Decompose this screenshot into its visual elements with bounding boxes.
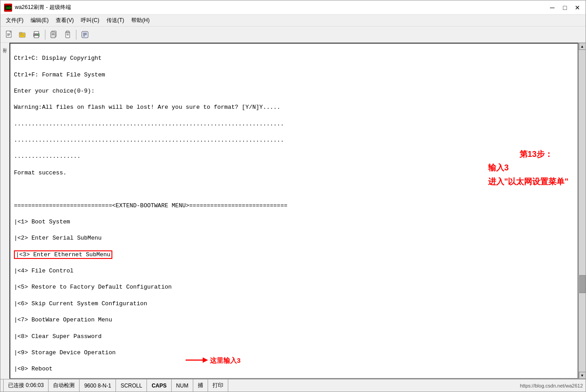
- svg-rect-21: [66, 31, 69, 33]
- scroll-up-button[interactable]: ▲: [579, 43, 586, 50]
- status-connected: 已连接 0:06:03: [3, 379, 49, 392]
- main-area: 刷 胃 Ctrl+C: Display Copyright Ctrl+F: Fo…: [0, 43, 586, 379]
- status-detect: 自动检测: [49, 379, 80, 392]
- svg-marker-29: [203, 357, 208, 363]
- scroll-down-button[interactable]: ▼: [579, 372, 586, 379]
- line-17: |<7> BootWare Operation Menu: [14, 316, 112, 323]
- line-16: |<6> Skip Current System Configuration: [14, 300, 147, 307]
- status-capture: 捕: [193, 379, 208, 392]
- dashed-border: [575, 44, 577, 378]
- annotation-step13: 第13步：输入3进入"以太网设置菜单": [488, 134, 568, 202]
- line-10: ============================<EXTEND-BOOT…: [14, 202, 288, 209]
- toolbar-new[interactable]: [3, 28, 16, 41]
- line-4: Warning:All files on flash will be lost!…: [14, 104, 280, 111]
- svg-text:wa26: wa26: [6, 6, 12, 9]
- terminal-content: Ctrl+C: Display Copyright Ctrl+F: Format…: [10, 44, 577, 378]
- line-6: ........................................…: [14, 137, 284, 143]
- terminal-scroll-area: Ctrl+C: Display Copyright Ctrl+F: Format…: [10, 44, 577, 378]
- line-8: Format success.: [14, 169, 67, 176]
- svg-rect-15: [38, 34, 39, 35]
- menu-bar: 文件(F) 编辑(E) 查看(V) 呼叫(C) 传送(T) 帮助(H): [0, 15, 586, 27]
- line-5: ........................................…: [14, 120, 284, 127]
- highlight-box: |<3> Enter Ethernet SubMenu: [14, 250, 112, 259]
- scroll-thumb[interactable]: [579, 275, 586, 293]
- line-7: ...................: [14, 153, 80, 160]
- svg-rect-10: [19, 32, 22, 34]
- line-1: Ctrl+C: Display Copyright: [14, 55, 102, 62]
- menu-view[interactable]: 查看(V): [52, 16, 77, 25]
- line-14: |<4> File Control: [14, 267, 74, 274]
- toolbar-copy[interactable]: [48, 28, 60, 41]
- window-title: wa2612刷胃 - 超级终端: [15, 4, 548, 11]
- menu-help[interactable]: 帮助(H): [128, 16, 153, 25]
- line-11: |<1> Boot System: [14, 218, 70, 225]
- svg-rect-14: [34, 36, 39, 38]
- line-18: |<8> Clear Super Password: [14, 333, 102, 340]
- svg-rect-13: [34, 31, 39, 34]
- line-19: |<9> Storage Device Operation: [14, 349, 115, 356]
- status-baud: 9600 8-N-1: [80, 379, 116, 392]
- status-url: https://blog.csdn.net/wa2612: [520, 383, 583, 388]
- menu-edit[interactable]: 编辑(E): [27, 16, 52, 25]
- vertical-scrollbar[interactable]: ▲ ▼: [578, 43, 586, 379]
- menu-transfer[interactable]: 传送(T): [103, 16, 128, 25]
- close-button[interactable]: ✕: [573, 3, 582, 12]
- toolbar: [0, 27, 586, 43]
- terminal[interactable]: Ctrl+C: Display Copyright Ctrl+F: Format…: [9, 43, 578, 379]
- toolbar-properties[interactable]: [79, 28, 91, 41]
- maximize-button[interactable]: □: [560, 3, 569, 12]
- toolbar-paste[interactable]: [61, 28, 74, 41]
- scroll-track[interactable]: [579, 50, 586, 372]
- window-controls: ─ □ ✕: [548, 3, 582, 12]
- menu-call[interactable]: 呼叫(C): [77, 16, 103, 25]
- line-12: |<2> Enter Serial SubMenu: [14, 235, 102, 241]
- line-20: |<0> Reboot: [14, 365, 53, 372]
- status-scroll: SCROLL: [116, 379, 147, 392]
- annotation-arrow: 这里输入3: [186, 355, 240, 365]
- status-caps: CAPS: [147, 379, 171, 392]
- status-num: NUM: [172, 379, 193, 392]
- toolbar-open[interactable]: [17, 28, 29, 41]
- minimize-button[interactable]: ─: [548, 3, 557, 12]
- line-15: |<5> Restore to Factory Default Configur…: [14, 284, 172, 290]
- left-sidebar: 刷 胃: [0, 43, 9, 379]
- status-print: 打印: [208, 379, 228, 392]
- title-bar: wa26 wa2612刷胃 - 超级终端 ─ □ ✕: [0, 0, 586, 15]
- menu-file[interactable]: 文件(F): [2, 16, 27, 25]
- app-icon: wa26: [4, 4, 12, 12]
- annotation-arrow-text: 这里输入3: [210, 356, 240, 365]
- toolbar-print[interactable]: [30, 28, 43, 41]
- status-bar: 已连接 0:06:03 自动检测 9600 8-N-1 SCROLL CAPS …: [0, 379, 586, 392]
- line-3: Enter your choice(0-9):: [14, 88, 94, 94]
- main-window: wa26 wa2612刷胃 - 超级终端 ─ □ ✕ 文件(F) 编辑(E) 查…: [0, 0, 586, 392]
- toolbar-sep-1: [45, 30, 45, 40]
- line-2: Ctrl+F: Format File System: [14, 71, 105, 78]
- terminal-wrapper: Ctrl+C: Display Copyright Ctrl+F: Format…: [9, 43, 586, 379]
- toolbar-sep-2: [76, 30, 76, 40]
